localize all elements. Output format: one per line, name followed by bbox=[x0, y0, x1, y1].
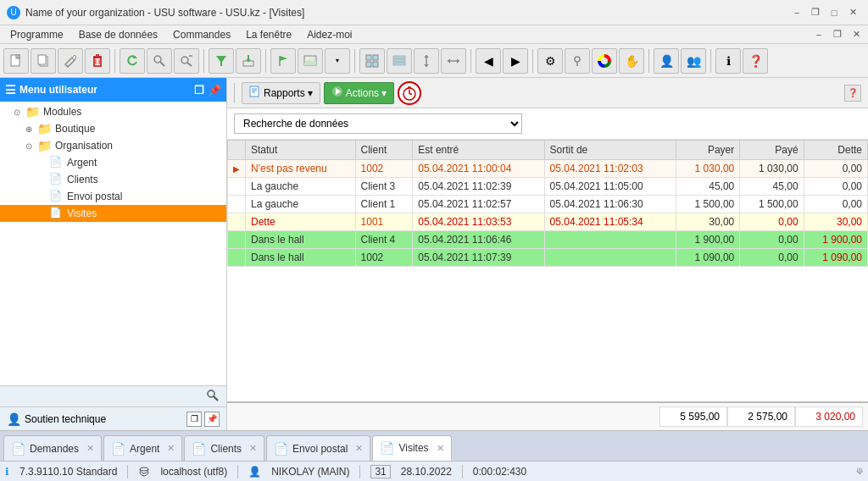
sidebar-item-envoi[interactable]: 📄 Envoi postal bbox=[0, 188, 226, 205]
table-row[interactable]: Dans le hall Client 4 05.04.2021 11:06:4… bbox=[228, 231, 868, 249]
actions-button[interactable]: Actions ▾ bbox=[324, 82, 394, 104]
export-button[interactable] bbox=[236, 48, 261, 74]
sidebar-footer-pin[interactable]: 📌 bbox=[204, 412, 220, 427]
menu-aidez[interactable]: Aidez-moi bbox=[300, 27, 359, 42]
restore-button[interactable]: ❐ bbox=[807, 5, 824, 20]
col-statut[interactable]: Statut bbox=[246, 141, 356, 160]
sidebar-search-button[interactable] bbox=[204, 388, 221, 405]
search-select[interactable]: Recherche de données bbox=[234, 113, 522, 134]
color-button[interactable] bbox=[592, 48, 617, 74]
title-bar-text: Name of your organization - USU software… bbox=[25, 7, 788, 19]
sidebar-item-organisation[interactable]: ⊙ 📁 Organisation bbox=[0, 137, 226, 154]
svg-rect-28 bbox=[373, 62, 378, 67]
actions-icon bbox=[331, 86, 343, 100]
sep8 bbox=[710, 49, 711, 73]
arrows2-button[interactable] bbox=[441, 48, 466, 74]
status-resize[interactable]: ⟱ bbox=[856, 467, 863, 476]
table-wrapper[interactable]: Statut Client Est entré Sortit de Payer … bbox=[227, 140, 868, 401]
sidebar-footer-label: Soutien technique bbox=[25, 413, 106, 425]
cell-sorti: 05.04.2021 11:05:34 bbox=[544, 213, 676, 231]
table-row[interactable]: La gauche Client 1 05.04.2021 11:02:57 0… bbox=[228, 196, 868, 213]
search2-button[interactable] bbox=[174, 48, 199, 74]
sidebar-restore-icon[interactable]: ❐ bbox=[194, 84, 204, 97]
sidebar-item-modules[interactable]: ⊙ 📁 Modules bbox=[0, 103, 226, 120]
location-button[interactable] bbox=[565, 48, 590, 74]
grid2-button[interactable] bbox=[387, 48, 412, 74]
table-row[interactable]: ▶ N'est pas revenu 1002 05.04.2021 11:00… bbox=[228, 160, 868, 178]
menu-restore[interactable]: ❐ bbox=[829, 27, 846, 42]
svg-rect-42 bbox=[250, 86, 259, 97]
tab-label: Clients bbox=[210, 443, 242, 455]
sidebar-label-argent: Argent bbox=[67, 157, 97, 169]
col-sorti[interactable]: Sortit de bbox=[544, 141, 676, 160]
col-dette[interactable]: Dette bbox=[804, 141, 867, 160]
rapports-button[interactable]: Rapports ▾ bbox=[242, 82, 320, 104]
flag-button[interactable] bbox=[270, 48, 296, 74]
tab-visites[interactable]: 📄 Visites ✕ bbox=[372, 435, 451, 461]
edit-button[interactable] bbox=[58, 48, 83, 74]
menu-base-donnees[interactable]: Base de données bbox=[72, 27, 164, 42]
search-button[interactable] bbox=[147, 48, 172, 74]
grid1-button[interactable] bbox=[359, 48, 385, 74]
tab-close-icon[interactable]: ✕ bbox=[167, 443, 175, 454]
cell-sorti: 05.04.2021 11:06:30 bbox=[544, 196, 676, 213]
status-version: 7.3.9110.10 Standard bbox=[19, 466, 117, 478]
info-button[interactable]: ℹ bbox=[715, 48, 741, 74]
col-paye[interactable]: Payé bbox=[740, 141, 804, 160]
cell-dette: 0,00 bbox=[804, 178, 867, 196]
refresh-button[interactable] bbox=[120, 48, 145, 74]
filter-button[interactable] bbox=[209, 48, 234, 74]
maximize-button[interactable]: □ bbox=[826, 5, 843, 20]
sidebar-footer-restore[interactable]: ❐ bbox=[186, 412, 202, 427]
image-drop-button[interactable]: ▾ bbox=[325, 48, 350, 74]
menu-close[interactable]: ✕ bbox=[848, 27, 865, 42]
sidebar-pin-icon[interactable]: 📌 bbox=[208, 84, 221, 97]
sidebar-title: Menu utilisateur bbox=[19, 84, 97, 96]
image-button[interactable] bbox=[298, 48, 323, 74]
menu-programme[interactable]: Programme bbox=[3, 27, 70, 42]
timer-button[interactable] bbox=[398, 81, 421, 105]
new-button[interactable] bbox=[3, 48, 29, 74]
menu-commandes[interactable]: Commandes bbox=[166, 27, 237, 42]
sidebar-item-boutique[interactable]: ⊕ 📁 Boutique bbox=[0, 120, 226, 137]
col-client[interactable]: Client bbox=[355, 141, 413, 160]
arrows-button[interactable] bbox=[414, 48, 439, 74]
forward-button[interactable]: ▶ bbox=[503, 48, 528, 74]
col-payer[interactable]: Payer bbox=[676, 141, 739, 160]
tab-close-icon[interactable]: ✕ bbox=[355, 443, 363, 454]
tab-argent[interactable]: 📄 Argent ✕ bbox=[103, 435, 182, 461]
sidebar-item-visites[interactable]: 📄 Visites bbox=[0, 205, 226, 222]
table-row[interactable]: Dans le hall 1002 05.04.2021 11:07:39 1 … bbox=[228, 249, 868, 267]
total-paye: 2 575,00 bbox=[727, 406, 795, 427]
sidebar-item-argent[interactable]: 📄 Argent bbox=[0, 154, 226, 171]
sep5 bbox=[470, 49, 471, 73]
sidebar-item-clients[interactable]: 📄 Clients bbox=[0, 171, 226, 188]
hand-button[interactable]: ✋ bbox=[619, 48, 644, 74]
cell-dette: 1 900,00 bbox=[804, 231, 867, 249]
tab-demandes[interactable]: 📄 Demandes ✕ bbox=[3, 435, 102, 461]
help-button[interactable]: ❓ bbox=[743, 48, 768, 74]
cell-payer: 1 030,00 bbox=[676, 160, 739, 178]
settings-button[interactable]: ⚙ bbox=[537, 48, 563, 74]
corner-button[interactable]: ❓ bbox=[844, 85, 861, 102]
delete-button[interactable] bbox=[85, 48, 110, 74]
tab-close-icon[interactable]: ✕ bbox=[249, 443, 257, 454]
tab-close-icon[interactable]: ✕ bbox=[86, 443, 94, 454]
person-button[interactable]: 👤 bbox=[654, 48, 679, 74]
menu-minimize[interactable]: − bbox=[810, 27, 827, 42]
tab-envoi-postal[interactable]: 📄 Envoi postal ✕ bbox=[266, 435, 370, 461]
cell-arrow bbox=[228, 213, 246, 231]
minimize-button[interactable]: − bbox=[788, 5, 805, 20]
group-button[interactable]: 👥 bbox=[681, 48, 706, 74]
copy-button[interactable] bbox=[31, 48, 56, 74]
tab-close-icon[interactable]: ✕ bbox=[437, 443, 444, 454]
tab-clients[interactable]: 📄 Clients ✕ bbox=[184, 435, 264, 461]
table-row[interactable]: La gauche Client 3 05.04.2021 11:02:39 0… bbox=[228, 178, 868, 196]
cell-entre: 05.04.2021 11:02:39 bbox=[413, 178, 544, 196]
menu-fenetre[interactable]: La fenêtre bbox=[239, 27, 298, 42]
close-button[interactable]: ✕ bbox=[844, 5, 861, 20]
col-entre[interactable]: Est entré bbox=[413, 141, 544, 160]
cell-statut: La gauche bbox=[246, 196, 356, 213]
back-button[interactable]: ◀ bbox=[476, 48, 501, 74]
table-row[interactable]: Dette 1001 05.04.2021 11:03:53 05.04.202… bbox=[228, 213, 868, 231]
